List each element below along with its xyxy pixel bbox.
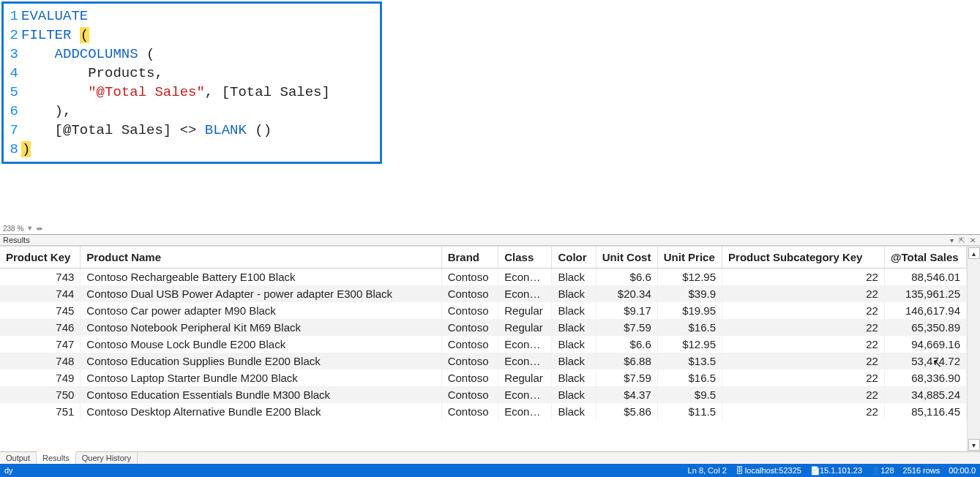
table-cell[interactable]: Contoso xyxy=(441,285,498,302)
code-line[interactable]: 6 ), xyxy=(4,102,380,121)
code-line[interactable]: 2FILTER ( xyxy=(4,26,380,45)
table-cell[interactable]: Contoso xyxy=(441,319,498,336)
zoom-indicator[interactable]: 238 % ▼ ◂▸ xyxy=(3,225,43,233)
table-cell[interactable]: Contoso Laptop Starter Bundle M200 Black xyxy=(81,369,441,386)
table-cell[interactable]: 85,116.45 xyxy=(884,403,966,420)
table-cell[interactable]: 22 xyxy=(722,302,885,319)
table-cell[interactable]: $39.9 xyxy=(657,285,722,302)
table-cell[interactable]: $4.37 xyxy=(596,386,657,403)
table-cell[interactable]: Black xyxy=(552,336,596,353)
table-cell[interactable]: $12.95 xyxy=(657,268,722,286)
table-cell[interactable]: Economy xyxy=(498,353,552,369)
table-cell[interactable]: Black xyxy=(552,353,596,369)
code-content[interactable]: Products, xyxy=(21,64,380,83)
table-cell[interactable]: $19.95 xyxy=(657,302,722,319)
table-cell[interactable]: Regular xyxy=(498,319,552,336)
table-cell[interactable]: Contoso xyxy=(441,353,498,369)
table-cell[interactable]: Contoso Education Essentials Bundle M300… xyxy=(81,386,441,403)
table-cell[interactable]: 53,474.72 xyxy=(884,353,966,369)
code-line[interactable]: 3 ADDCOLUMNS ( xyxy=(4,45,380,64)
column-header[interactable]: Brand xyxy=(441,247,498,268)
code-content[interactable]: [@Total Sales] <> BLANK () xyxy=(21,121,380,140)
code-line[interactable]: 1EVALUATE xyxy=(4,7,380,26)
table-cell[interactable]: $7.59 xyxy=(596,319,657,336)
vertical-scrollbar[interactable]: ▴ ▾ xyxy=(967,247,980,451)
table-cell[interactable]: $16.5 xyxy=(657,319,722,336)
table-cell[interactable]: Contoso xyxy=(441,386,498,403)
table-row[interactable]: 749Contoso Laptop Starter Bundle M200 Bl… xyxy=(0,369,967,386)
column-header[interactable]: Class xyxy=(498,247,552,268)
table-cell[interactable]: Contoso xyxy=(441,403,498,420)
table-cell[interactable]: $16.5 xyxy=(657,369,722,386)
table-row[interactable]: 743Contoso Rechargeable Battery E100 Bla… xyxy=(0,268,967,286)
code-content[interactable]: ) xyxy=(21,140,380,159)
table-row[interactable]: 747Contoso Mouse Lock Bundle E200 BlackC… xyxy=(0,336,967,353)
table-cell[interactable]: 22 xyxy=(722,285,885,302)
zoom-stepper-icon[interactable]: ◂▸ xyxy=(36,226,43,231)
table-cell[interactable]: 22 xyxy=(722,353,885,369)
table-cell[interactable]: $11.5 xyxy=(657,403,722,420)
table-cell[interactable]: 22 xyxy=(722,336,885,353)
table-cell[interactable]: Contoso Notebook Peripheral Kit M69 Blac… xyxy=(81,319,441,336)
tab-output[interactable]: Output xyxy=(0,452,37,464)
table-cell[interactable]: Contoso Education Supplies Bundle E200 B… xyxy=(81,353,441,369)
code-line[interactable]: 4 Products, xyxy=(4,64,380,83)
table-cell[interactable]: $20.34 xyxy=(596,285,657,302)
code-content[interactable]: ), xyxy=(21,102,380,121)
table-cell[interactable]: 751 xyxy=(0,403,81,420)
table-cell[interactable]: Black xyxy=(552,285,596,302)
table-cell[interactable]: $5.86 xyxy=(596,403,657,420)
table-cell[interactable]: Regular xyxy=(498,302,552,319)
results-table[interactable]: Product KeyProduct NameBrandClassColorUn… xyxy=(0,247,967,420)
scroll-down-icon[interactable]: ▾ xyxy=(968,439,980,451)
table-cell[interactable]: 34,885.24 xyxy=(884,386,966,403)
table-cell[interactable]: Contoso Desktop Alternative Bundle E200 … xyxy=(81,403,441,420)
table-cell[interactable]: Contoso Dual USB Power Adapter - power a… xyxy=(81,285,441,302)
table-cell[interactable]: Regular xyxy=(498,369,552,386)
table-cell[interactable]: 146,617.94 xyxy=(884,302,966,319)
table-cell[interactable]: 749 xyxy=(0,369,81,386)
table-cell[interactable]: Black xyxy=(552,319,596,336)
table-cell[interactable]: 22 xyxy=(722,369,885,386)
code-content[interactable]: EVALUATE xyxy=(21,7,380,26)
tab-results[interactable]: Results xyxy=(37,451,76,464)
code-line[interactable]: 5 "@Total Sales", [Total Sales] xyxy=(4,83,380,102)
table-cell[interactable]: Economy xyxy=(498,403,552,420)
table-cell[interactable]: 744 xyxy=(0,285,81,302)
table-cell[interactable]: 743 xyxy=(0,268,81,286)
table-cell[interactable]: 747 xyxy=(0,336,81,353)
table-cell[interactable]: Contoso Rechargeable Battery E100 Black xyxy=(81,268,441,286)
table-cell[interactable]: Economy xyxy=(498,268,552,286)
table-row[interactable]: 746Contoso Notebook Peripheral Kit M69 B… xyxy=(0,319,967,336)
table-cell[interactable]: Contoso xyxy=(441,268,498,286)
table-cell[interactable]: Contoso Mouse Lock Bundle E200 Black xyxy=(81,336,441,353)
table-cell[interactable]: Black xyxy=(552,386,596,403)
column-header[interactable]: Product Subcategory Key xyxy=(722,247,885,268)
code-content[interactable]: "@Total Sales", [Total Sales] xyxy=(21,83,380,102)
tab-query-history[interactable]: Query History xyxy=(76,452,138,464)
table-cell[interactable]: 748 xyxy=(0,353,81,369)
table-cell[interactable]: $9.5 xyxy=(657,386,722,403)
column-header[interactable]: Unit Cost xyxy=(596,247,657,268)
table-cell[interactable]: $7.59 xyxy=(596,369,657,386)
column-header[interactable]: Unit Price xyxy=(657,247,722,268)
table-row[interactable]: 751Contoso Desktop Alternative Bundle E2… xyxy=(0,403,967,420)
column-header[interactable]: @Total Sales xyxy=(884,247,966,268)
table-cell[interactable]: Black xyxy=(552,268,596,286)
table-row[interactable]: 745Contoso Car power adapter M90 BlackCo… xyxy=(0,302,967,319)
table-cell[interactable]: 746 xyxy=(0,319,81,336)
table-cell[interactable]: 88,546.01 xyxy=(884,268,966,286)
table-cell[interactable]: Economy xyxy=(498,386,552,403)
table-cell[interactable]: Economy xyxy=(498,336,552,353)
scroll-up-icon[interactable]: ▴ xyxy=(968,247,980,259)
zoom-dropdown-icon[interactable]: ▼ xyxy=(26,226,33,231)
code-content[interactable]: ADDCOLUMNS ( xyxy=(21,45,380,64)
table-cell[interactable]: $12.95 xyxy=(657,336,722,353)
panel-controls-icon[interactable]: ▾ ⇱ ✕ xyxy=(950,236,977,244)
table-cell[interactable]: 745 xyxy=(0,302,81,319)
column-header[interactable]: Product Key xyxy=(0,247,81,268)
table-cell[interactable]: Contoso xyxy=(441,302,498,319)
table-cell[interactable]: Black xyxy=(552,302,596,319)
table-cell[interactable]: 22 xyxy=(722,403,885,420)
column-header[interactable]: Product Name xyxy=(81,247,441,268)
